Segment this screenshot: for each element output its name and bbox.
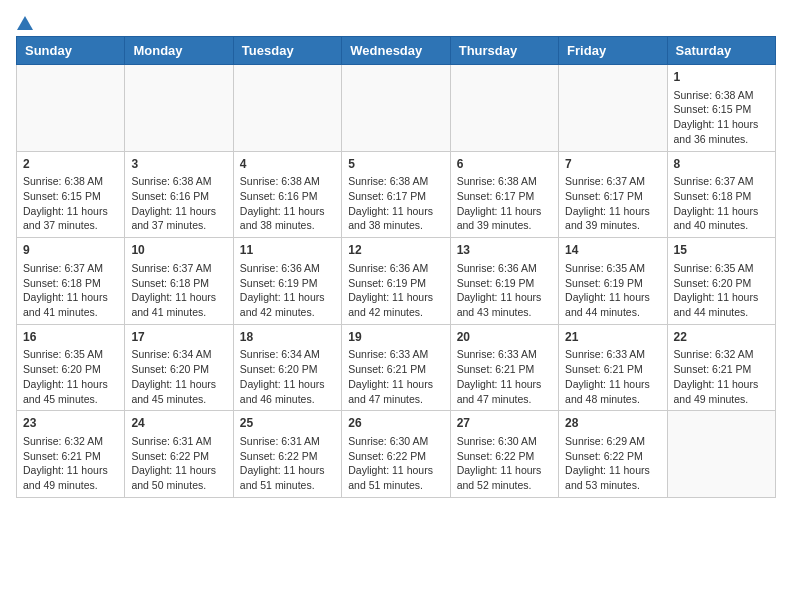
calendar-day-header: Sunday [17, 37, 125, 65]
day-info: Daylight: 11 hours [674, 290, 769, 305]
day-info: Daylight: 11 hours [348, 463, 443, 478]
day-info: Sunset: 6:21 PM [457, 362, 552, 377]
day-info: Daylight: 11 hours [674, 377, 769, 392]
day-info: and 43 minutes. [457, 305, 552, 320]
day-info: and 38 minutes. [240, 218, 335, 233]
day-info: Sunset: 6:19 PM [240, 276, 335, 291]
day-info: and 44 minutes. [674, 305, 769, 320]
day-number: 14 [565, 242, 660, 259]
day-info: Daylight: 11 hours [565, 290, 660, 305]
day-info: and 46 minutes. [240, 392, 335, 407]
calendar-day-header: Friday [559, 37, 667, 65]
calendar-day-header: Thursday [450, 37, 558, 65]
day-number: 9 [23, 242, 118, 259]
day-info: Sunset: 6:15 PM [674, 102, 769, 117]
day-info: Daylight: 11 hours [131, 290, 226, 305]
calendar-cell: 17Sunrise: 6:34 AMSunset: 6:20 PMDayligh… [125, 324, 233, 411]
day-info: Sunrise: 6:36 AM [457, 261, 552, 276]
day-number: 21 [565, 329, 660, 346]
day-info: and 42 minutes. [240, 305, 335, 320]
calendar-day-header: Tuesday [233, 37, 341, 65]
day-number: 8 [674, 156, 769, 173]
day-number: 3 [131, 156, 226, 173]
day-info: and 41 minutes. [23, 305, 118, 320]
day-info: Sunrise: 6:35 AM [23, 347, 118, 362]
calendar-cell: 27Sunrise: 6:30 AMSunset: 6:22 PMDayligh… [450, 411, 558, 498]
day-info: Daylight: 11 hours [131, 377, 226, 392]
day-info: and 47 minutes. [348, 392, 443, 407]
day-info: Daylight: 11 hours [674, 204, 769, 219]
day-number: 19 [348, 329, 443, 346]
day-number: 1 [674, 69, 769, 86]
day-number: 4 [240, 156, 335, 173]
day-number: 13 [457, 242, 552, 259]
day-info: Daylight: 11 hours [240, 463, 335, 478]
day-info: Daylight: 11 hours [23, 463, 118, 478]
day-number: 26 [348, 415, 443, 432]
day-number: 5 [348, 156, 443, 173]
day-info: Sunset: 6:16 PM [131, 189, 226, 204]
day-info: Sunrise: 6:37 AM [23, 261, 118, 276]
day-info: Daylight: 11 hours [565, 204, 660, 219]
day-number: 15 [674, 242, 769, 259]
calendar-cell [17, 65, 125, 152]
day-info: Daylight: 11 hours [348, 204, 443, 219]
calendar-cell: 18Sunrise: 6:34 AMSunset: 6:20 PMDayligh… [233, 324, 341, 411]
day-info: and 36 minutes. [674, 132, 769, 147]
day-info: and 50 minutes. [131, 478, 226, 493]
calendar-cell: 4Sunrise: 6:38 AMSunset: 6:16 PMDaylight… [233, 151, 341, 238]
day-number: 11 [240, 242, 335, 259]
day-number: 6 [457, 156, 552, 173]
day-info: Sunrise: 6:34 AM [240, 347, 335, 362]
day-number: 18 [240, 329, 335, 346]
day-number: 7 [565, 156, 660, 173]
day-info: Sunset: 6:19 PM [457, 276, 552, 291]
day-info: and 41 minutes. [131, 305, 226, 320]
day-info: Daylight: 11 hours [565, 463, 660, 478]
day-number: 27 [457, 415, 552, 432]
day-info: Sunset: 6:20 PM [131, 362, 226, 377]
day-info: Sunset: 6:18 PM [131, 276, 226, 291]
day-info: Sunset: 6:20 PM [23, 362, 118, 377]
calendar-cell: 5Sunrise: 6:38 AMSunset: 6:17 PMDaylight… [342, 151, 450, 238]
day-info: Sunset: 6:15 PM [23, 189, 118, 204]
calendar-day-header: Saturday [667, 37, 775, 65]
day-info: Sunrise: 6:38 AM [457, 174, 552, 189]
day-info: and 37 minutes. [23, 218, 118, 233]
day-info: Daylight: 11 hours [23, 377, 118, 392]
day-info: Sunset: 6:22 PM [457, 449, 552, 464]
day-info: Sunset: 6:19 PM [565, 276, 660, 291]
day-info: Daylight: 11 hours [457, 463, 552, 478]
calendar-cell [125, 65, 233, 152]
day-info: and 51 minutes. [348, 478, 443, 493]
logo-icon [17, 16, 33, 30]
calendar-day-header: Monday [125, 37, 233, 65]
calendar-cell: 19Sunrise: 6:33 AMSunset: 6:21 PMDayligh… [342, 324, 450, 411]
day-info: Sunrise: 6:38 AM [348, 174, 443, 189]
day-info: Daylight: 11 hours [348, 290, 443, 305]
day-info: and 53 minutes. [565, 478, 660, 493]
day-number: 17 [131, 329, 226, 346]
day-number: 12 [348, 242, 443, 259]
calendar-cell [559, 65, 667, 152]
day-info: and 37 minutes. [131, 218, 226, 233]
svg-marker-0 [17, 16, 33, 30]
day-info: Sunrise: 6:33 AM [348, 347, 443, 362]
day-number: 24 [131, 415, 226, 432]
calendar-day-header: Wednesday [342, 37, 450, 65]
day-info: Sunset: 6:19 PM [348, 276, 443, 291]
day-info: and 45 minutes. [131, 392, 226, 407]
day-info: Sunset: 6:22 PM [131, 449, 226, 464]
calendar-week-row: 16Sunrise: 6:35 AMSunset: 6:20 PMDayligh… [17, 324, 776, 411]
day-number: 28 [565, 415, 660, 432]
calendar-cell: 16Sunrise: 6:35 AMSunset: 6:20 PMDayligh… [17, 324, 125, 411]
day-info: Sunset: 6:21 PM [23, 449, 118, 464]
day-number: 20 [457, 329, 552, 346]
day-info: Sunrise: 6:37 AM [674, 174, 769, 189]
day-info: Daylight: 11 hours [457, 290, 552, 305]
day-info: Daylight: 11 hours [240, 377, 335, 392]
day-info: Daylight: 11 hours [674, 117, 769, 132]
calendar-cell: 11Sunrise: 6:36 AMSunset: 6:19 PMDayligh… [233, 238, 341, 325]
day-info: Sunset: 6:22 PM [348, 449, 443, 464]
calendar-cell: 28Sunrise: 6:29 AMSunset: 6:22 PMDayligh… [559, 411, 667, 498]
